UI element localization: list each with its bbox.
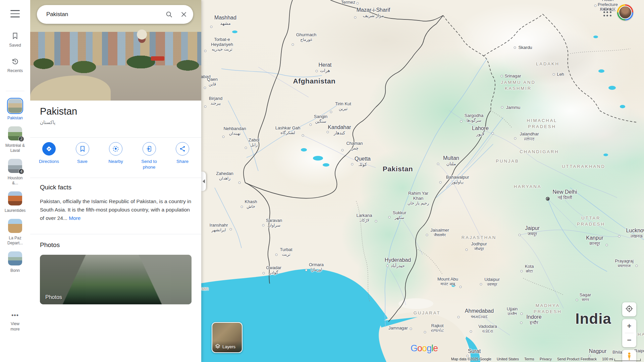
sidebar-item-saved[interactable]: Saved xyxy=(0,32,30,48)
close-icon[interactable] xyxy=(176,7,191,22)
send-to-phone-button[interactable]: Send to phone xyxy=(133,142,165,170)
count-badge: 4 xyxy=(18,169,24,174)
hamburger-menu-icon[interactable] xyxy=(10,10,20,17)
sidebar-item-pakistan[interactable]: Pakistan xyxy=(4,98,26,121)
nearby-label: Nearby xyxy=(104,159,128,165)
map-canvas[interactable] xyxy=(201,0,644,362)
more-link[interactable]: More xyxy=(69,215,80,221)
map-geography xyxy=(201,0,644,362)
divider xyxy=(30,234,201,234)
search-box xyxy=(37,5,193,24)
laurentides-label: Laurentides xyxy=(4,208,26,214)
bookmark-icon xyxy=(11,32,19,40)
nearby-button[interactable]: Nearby xyxy=(100,142,132,170)
google-apps-grid-icon[interactable] xyxy=(603,8,612,17)
attribution-map-data-2025-google: Map data ©2025 Google xyxy=(451,357,491,361)
bonn-thumbnail xyxy=(8,251,22,265)
laurentides-thumbnail xyxy=(8,191,22,205)
pakistan-label: Pakistan xyxy=(4,116,26,121)
sidebar-item-houston[interactable]: 4Houston &... xyxy=(4,158,26,186)
sidebar-item-laurentides[interactable]: Laurentides xyxy=(4,190,26,214)
send-icon xyxy=(143,142,156,156)
sidebar-divider xyxy=(6,91,24,91)
save-label: Save xyxy=(70,159,95,165)
chevron-left-icon xyxy=(203,179,205,183)
sidebar: Saved Recents Pakistan2Montréal & Laval4… xyxy=(0,0,30,362)
collapse-panel-button[interactable] xyxy=(201,172,206,191)
history-icon xyxy=(11,58,19,65)
sidebar-item-montr-al-laval[interactable]: 2Montréal & Laval xyxy=(4,125,26,154)
pakistan-thumbnail xyxy=(8,99,22,113)
divider xyxy=(30,178,201,178)
photos-card[interactable]: Photos xyxy=(40,255,192,304)
map-attribution: Map data ©2025 GoogleUnited StatesTermsP… xyxy=(451,357,641,361)
zoom-out-button[interactable]: − xyxy=(622,333,636,347)
divider xyxy=(30,137,201,138)
directions-icon xyxy=(42,142,56,156)
quick-facts-section: Quick facts Pakistan, officially the Isl… xyxy=(40,184,192,222)
action-bar: DirectionsSaveNearbySend to phoneShare xyxy=(33,142,199,170)
attribution-send-product-feedback[interactable]: Send Product Feedback xyxy=(557,357,597,361)
place-panel: Pakistan پاکستان DirectionsSaveNearbySen… xyxy=(30,0,201,362)
directions-button[interactable]: Directions xyxy=(33,142,65,170)
quick-facts-heading: Quick facts xyxy=(40,184,192,191)
directions-label: Directions xyxy=(37,159,61,165)
recent-places-list: Pakistan2Montréal & Laval4Houston &...La… xyxy=(0,98,30,278)
layers-button[interactable]: Layers xyxy=(212,322,243,353)
my-location-button[interactable] xyxy=(622,302,636,316)
photo-valley-image xyxy=(40,255,192,304)
nearby-icon xyxy=(109,142,122,156)
my-location-icon xyxy=(625,305,633,314)
google-maps-app: MashhadمشهدTorbat-e Heydariyehتربت حیدری… xyxy=(0,0,644,362)
attribution-privacy[interactable]: Privacy xyxy=(540,357,552,361)
photos-section: Photos Photos xyxy=(40,241,192,304)
ellipsis-icon: ••• xyxy=(11,314,19,318)
count-badge: 2 xyxy=(18,136,24,142)
hero-trees xyxy=(30,50,201,77)
scale-label: 100 mi xyxy=(602,357,613,361)
photos-card-label: Photos xyxy=(45,294,62,300)
place-title: Pakistan xyxy=(40,106,77,117)
map-scale: 100 mi xyxy=(602,357,641,361)
share-label: Share xyxy=(170,159,195,165)
share-icon xyxy=(176,142,189,156)
view-more-button[interactable]: ••• View more xyxy=(0,314,30,332)
sidebar-item-bonn[interactable]: Bonn xyxy=(4,250,26,274)
avatar-photo xyxy=(619,6,632,19)
search-input[interactable] xyxy=(46,11,162,18)
sidebar-item-la-paz-depart[interactable]: La Paz Depart... xyxy=(4,218,26,246)
share-button[interactable]: Share xyxy=(166,142,199,170)
recents-label: Recents xyxy=(0,68,30,73)
google-logo: Google xyxy=(411,343,438,354)
layers-label: Layers xyxy=(222,344,235,349)
la-paz-depart-thumbnail xyxy=(8,219,22,233)
scale-bar xyxy=(614,359,641,361)
la-paz-depart-label: La Paz Depart... xyxy=(4,236,26,246)
send-to-phone-label: Send to phone xyxy=(137,159,161,170)
attribution-terms[interactable]: Terms xyxy=(524,357,534,361)
hero-mosque-dome xyxy=(137,29,147,40)
quick-facts-text: Pakistan, officially the Islamic Republi… xyxy=(40,198,191,221)
account-avatar[interactable] xyxy=(617,4,633,20)
search-icon[interactable] xyxy=(162,7,176,22)
saved-label: Saved xyxy=(0,43,30,48)
photos-heading: Photos xyxy=(40,241,192,249)
zoom-control: + − xyxy=(622,319,636,347)
attribution-united-states: United States xyxy=(497,357,519,361)
zoom-in-button[interactable]: + xyxy=(622,319,636,333)
view-more-label: View more xyxy=(8,321,22,332)
sidebar-item-recents[interactable]: Recents xyxy=(0,58,30,73)
save-button[interactable]: Save xyxy=(66,142,99,170)
save-icon xyxy=(76,142,89,156)
montr-al-laval-label: Montréal & Laval xyxy=(4,143,26,154)
hero-red-bus xyxy=(151,56,164,61)
layers-icon xyxy=(215,344,220,350)
bonn-label: Bonn xyxy=(4,268,26,274)
place-native-title: پاکستان xyxy=(40,120,77,125)
houston-label: Houston &... xyxy=(4,176,26,186)
